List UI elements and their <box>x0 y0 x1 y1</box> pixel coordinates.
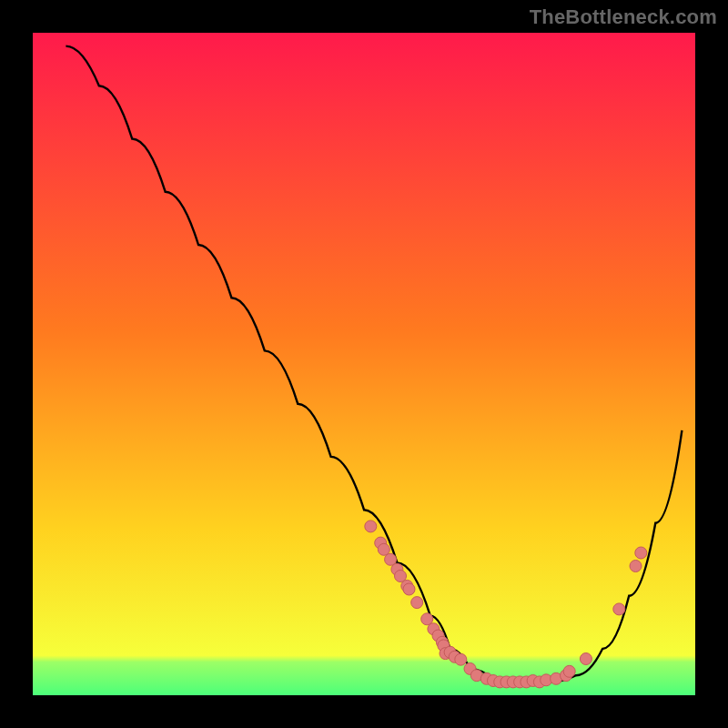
data-marker <box>580 653 592 665</box>
watermark-text: TheBottleneck.com <box>530 5 717 29</box>
data-marker <box>635 547 647 559</box>
plot-svg <box>33 33 695 695</box>
data-marker <box>403 583 415 595</box>
plot-frame <box>33 33 695 695</box>
data-marker <box>365 521 377 532</box>
data-marker <box>613 603 625 615</box>
data-marker <box>378 543 389 555</box>
data-marker <box>630 561 642 572</box>
data-marker <box>455 653 467 665</box>
chart-stage: TheBottleneck.com <box>0 0 728 728</box>
heatmap-background <box>33 33 695 695</box>
data-marker <box>563 665 575 677</box>
data-marker <box>411 597 423 609</box>
